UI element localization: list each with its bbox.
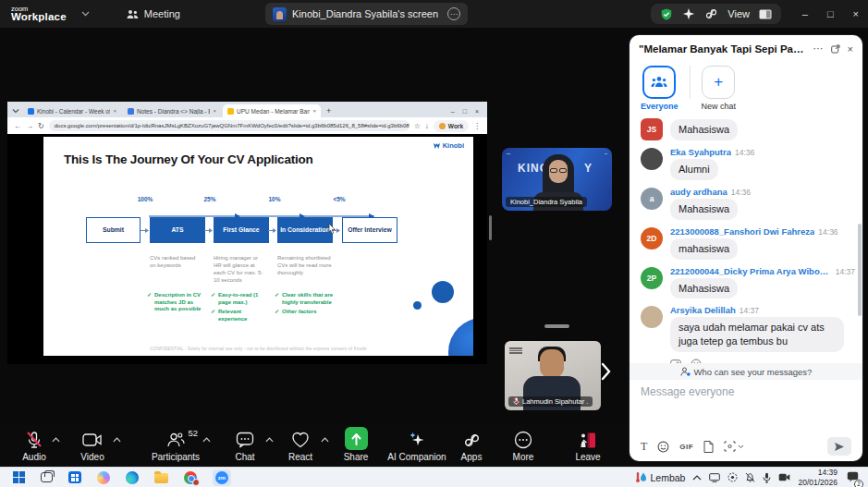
attach-file-icon[interactable] bbox=[703, 441, 714, 453]
cast-display-icon[interactable] bbox=[709, 473, 720, 482]
recording-icon[interactable] bbox=[727, 472, 738, 482]
tab-close-icon[interactable]: × bbox=[312, 108, 316, 114]
chat-more-icon[interactable]: ⋯ bbox=[813, 43, 824, 55]
virtual-bg-text: Y bbox=[584, 162, 593, 175]
maximize-button[interactable]: □ bbox=[827, 8, 834, 19]
chat-message: a audy ardhana14:36 Mahasiswa bbox=[641, 187, 851, 220]
ai-sparkle-icon[interactable] bbox=[682, 7, 695, 20]
plus-icon: + bbox=[702, 66, 735, 99]
browser-menu-icon[interactable]: ⋮ bbox=[473, 122, 481, 130]
tab-options-icon[interactable]: ⋯ bbox=[447, 7, 460, 20]
copilot-icon[interactable] bbox=[97, 471, 110, 484]
tray-camera-icon[interactable] bbox=[778, 473, 790, 481]
browser-profile-chip[interactable]: Work bbox=[434, 120, 469, 132]
leave-button[interactable]: Leave bbox=[549, 430, 627, 462]
emoji-react-icon[interactable] bbox=[691, 359, 702, 363]
tray-time: 14:39 bbox=[798, 468, 837, 477]
task-view-icon[interactable] bbox=[41, 472, 53, 482]
tab-everyone[interactable]: Everyone bbox=[641, 66, 679, 111]
person-face bbox=[540, 349, 564, 378]
calendar-favicon bbox=[28, 108, 34, 115]
tray-expand-chevron-icon[interactable] bbox=[692, 475, 702, 481]
collapse-videos-chevron-icon[interactable] bbox=[600, 362, 611, 381]
chat-tabs: Everyone + New chat bbox=[630, 60, 862, 113]
video-tile-speaker[interactable]: KINO Y ▪▪▪ ▪▪ Kinobi_Diandra Syabila bbox=[502, 148, 612, 211]
send-button[interactable] bbox=[827, 437, 851, 456]
edge-icon[interactable] bbox=[126, 471, 139, 484]
avatar: 2D bbox=[641, 227, 663, 250]
browser-tab-slides-active[interactable]: UPU Medan - Melamar Banyak × bbox=[223, 104, 321, 117]
checklist-first-glance: ✓Easy-to-read (1 page max.) ✓Relevant ex… bbox=[211, 292, 268, 325]
docs-favicon bbox=[128, 108, 134, 115]
stage-description: Hiring manager or HR will glance at each… bbox=[214, 254, 267, 284]
browser-maximize-icon[interactable]: □ bbox=[463, 108, 467, 115]
download-icon[interactable]: ↓ bbox=[425, 122, 429, 130]
video-options-caret-icon[interactable] bbox=[113, 437, 121, 443]
address-bar[interactable]: docs.google.com/presentation/d/1p-ldtcRn… bbox=[49, 120, 410, 131]
bookmark-star-icon[interactable]: ☆ bbox=[414, 122, 421, 130]
do-not-disturb-bell-icon[interactable] bbox=[745, 472, 755, 482]
reload-icon[interactable]: ↻ bbox=[38, 122, 44, 130]
more-actions-icon[interactable]: ⋯ bbox=[711, 359, 720, 363]
browser-content: Kinobi This Is The Journey Of Your CV Ap… bbox=[7, 134, 487, 364]
tab-screen-share[interactable]: Kinobi_Diandra Syabila's screen ⋯ bbox=[265, 3, 468, 25]
chat-scrollbar[interactable] bbox=[858, 224, 862, 316]
new-chat-button[interactable]: + New chat bbox=[702, 66, 737, 111]
emoji-icon[interactable] bbox=[657, 441, 669, 453]
minimize-button[interactable]: – bbox=[802, 8, 808, 19]
format-text-icon[interactable]: T bbox=[641, 440, 647, 454]
decor-circle bbox=[413, 301, 422, 310]
video-tile-participant[interactable]: Lahmudin Sipahutar . bbox=[505, 341, 601, 410]
chrome-icon[interactable] bbox=[184, 471, 197, 484]
tab-close-icon[interactable]: × bbox=[213, 108, 216, 114]
clock[interactable]: 14:39 20/01/2026 bbox=[798, 468, 837, 486]
browser-close-icon[interactable]: × bbox=[475, 108, 479, 115]
participant-name-label: Lahmudin Sipahutar . bbox=[508, 396, 593, 407]
notification-center-icon[interactable]: 2 bbox=[847, 469, 859, 486]
stage-description: Remaining shortlisted CVs will be read m… bbox=[277, 254, 333, 276]
send-plane-icon bbox=[834, 442, 845, 452]
participants-button[interactable]: 52 Participants bbox=[137, 430, 214, 462]
browser-tab-notes[interactable]: Notes - Diandra <> Najla - Bri... × bbox=[123, 104, 221, 117]
chat-message: JS Mahasiswa bbox=[641, 117, 851, 140]
back-icon[interactable]: ← bbox=[14, 122, 21, 130]
gif-button[interactable]: GIF bbox=[679, 443, 693, 451]
decor-circle bbox=[432, 281, 454, 303]
security-shield-icon[interactable] bbox=[660, 7, 673, 21]
video-strip-drag-handle[interactable] bbox=[544, 324, 569, 328]
chevron-down-icon[interactable] bbox=[738, 444, 744, 449]
video-button[interactable]: Video bbox=[54, 430, 131, 462]
screenshot-icon[interactable] bbox=[724, 441, 736, 452]
browser-tab-calendar[interactable]: Kinobi - Calendar - Week of 1... × bbox=[23, 104, 121, 117]
zoom-taskbar-icon[interactable]: zm bbox=[213, 469, 231, 486]
weather-widget[interactable]: Lembab bbox=[636, 471, 686, 483]
who-can-see-banner[interactable]: Who can see your messages? bbox=[630, 363, 862, 380]
chat-title: "Melamar Banyak Tapi Sepi Panggilan?" M.… bbox=[639, 43, 806, 55]
apps-icon[interactable] bbox=[704, 7, 718, 20]
reply-thread-icon[interactable] bbox=[670, 359, 681, 363]
chat-messages[interactable]: JS Mahasiswa Eka Syahputra14:36 Alumni a… bbox=[630, 113, 862, 363]
avatar bbox=[273, 7, 287, 21]
microsoft-store-icon[interactable] bbox=[68, 471, 81, 483]
kinobi-brand: Kinobi bbox=[433, 141, 464, 150]
avatar: a bbox=[641, 188, 663, 210]
pop-out-icon[interactable] bbox=[831, 44, 840, 54]
close-button[interactable]: × bbox=[853, 8, 859, 19]
tab-close-icon[interactable]: × bbox=[113, 108, 116, 114]
chat-close-icon[interactable]: × bbox=[848, 43, 853, 55]
file-explorer-icon[interactable] bbox=[154, 473, 168, 483]
tab-meeting[interactable]: Meeting bbox=[127, 8, 180, 19]
tab-search-icon[interactable] bbox=[12, 107, 19, 115]
tray-mic-icon[interactable] bbox=[763, 472, 771, 483]
arrow-right-icon bbox=[268, 227, 277, 234]
view-button[interactable]: View bbox=[727, 8, 750, 19]
slide-title: This Is The Journey Of Your CV Applicati… bbox=[64, 152, 313, 166]
windows-start-icon[interactable] bbox=[13, 471, 25, 483]
browser-minimize-icon[interactable]: – bbox=[451, 108, 455, 115]
forward-icon[interactable]: → bbox=[26, 122, 33, 130]
chevron-down-icon[interactable] bbox=[81, 11, 90, 17]
new-tab-button[interactable]: + bbox=[326, 106, 331, 116]
message-input[interactable] bbox=[641, 385, 851, 426]
panel-resize-handle[interactable] bbox=[489, 215, 492, 240]
chat-message: 2P 2212000044_Dicky Prima Arya Wibowo_Po… bbox=[641, 266, 851, 299]
